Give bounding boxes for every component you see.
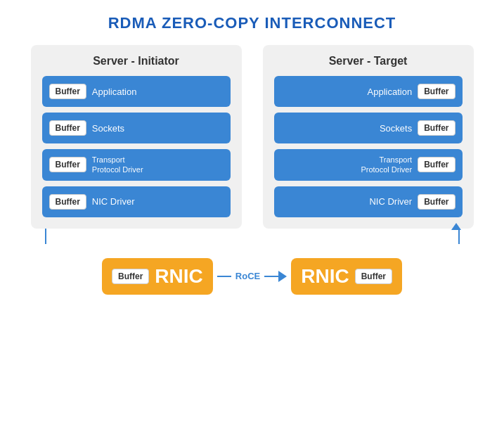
initiator-sockets-buffer: Buffer	[49, 120, 86, 136]
initiator-transport-layer: Buffer TransportProtocol Driver	[42, 149, 231, 181]
target-transport-label: TransportProtocol Driver	[361, 155, 412, 175]
target-rnic-buffer: Buffer	[355, 269, 392, 284]
arrow-up-right	[451, 223, 461, 230]
initiator-nic-layer: Buffer NIC Driver	[42, 186, 231, 217]
servers-wrapper: Server - Initiator Buffer Application Bu…	[14, 45, 490, 295]
initiator-nic-buffer: Buffer	[49, 194, 86, 210]
diagram: RDMA ZERO-COPY INTERCONNECT Server - Ini…	[14, 14, 490, 295]
roce-line2	[264, 276, 278, 277]
initiator-rnic-label: RNIC	[155, 265, 202, 288]
initiator-rnic-buffer: Buffer	[112, 269, 149, 284]
target-transport-layer: TransportProtocol Driver Buffer	[274, 149, 463, 181]
target-sockets-layer: Sockets Buffer	[274, 113, 463, 143]
roce-line	[217, 276, 231, 277]
server-initiator: Server - Initiator Buffer Application Bu…	[31, 45, 242, 229]
target-stack: Application Buffer Sockets Buffer Transp…	[274, 76, 463, 217]
target-nic-layer: NIC Driver Buffer	[274, 186, 463, 217]
initiator-stack: Buffer Application Buffer Sockets Buffer…	[42, 76, 231, 217]
target-app-label: Application	[368, 87, 413, 97]
initiator-sockets-label: Sockets	[92, 123, 124, 134]
target-nic-label: NIC Driver	[369, 196, 412, 207]
target-sockets-buffer: Buffer	[418, 120, 455, 136]
target-app-buffer: Buffer	[418, 84, 455, 99]
servers-row: Server - Initiator Buffer Application Bu…	[14, 45, 490, 229]
vline-left	[45, 229, 46, 244]
target-app-layer: Application Buffer	[274, 76, 463, 107]
roce-label: RoCE	[235, 271, 260, 281]
target-nic-buffer: Buffer	[418, 194, 455, 210]
roce-arrow: RoCE	[217, 271, 287, 282]
initiator-title: Server - Initiator	[42, 55, 231, 68]
initiator-rnic-box: Buffer RNIC	[102, 258, 213, 295]
connector-left	[31, 229, 242, 244]
main-title: RDMA ZERO-COPY INTERCONNECT	[108, 14, 396, 32]
initiator-app-label: Application	[92, 87, 137, 97]
arrow-right-icon	[278, 271, 287, 282]
target-sockets-label: Sockets	[380, 123, 412, 134]
connectors	[14, 229, 490, 244]
vline-right	[458, 229, 460, 244]
bottom-row: Buffer RNIC RoCE RNIC Buffer	[102, 258, 402, 295]
initiator-transport-label: TransportProtocol Driver	[92, 155, 143, 175]
target-transport-buffer: Buffer	[418, 157, 455, 172]
initiator-sockets-layer: Buffer Sockets	[42, 113, 231, 143]
initiator-app-buffer: Buffer	[49, 84, 86, 99]
initiator-nic-label: NIC Driver	[92, 196, 135, 207]
initiator-transport-buffer: Buffer	[49, 157, 86, 172]
connector-right	[263, 229, 474, 244]
target-rnic-label: RNIC	[301, 265, 349, 288]
server-target: Server - Target Application Buffer Socke…	[263, 45, 474, 229]
target-title: Server - Target	[274, 55, 463, 68]
initiator-app-layer: Buffer Application	[42, 76, 231, 107]
target-rnic-box: RNIC Buffer	[291, 258, 402, 295]
